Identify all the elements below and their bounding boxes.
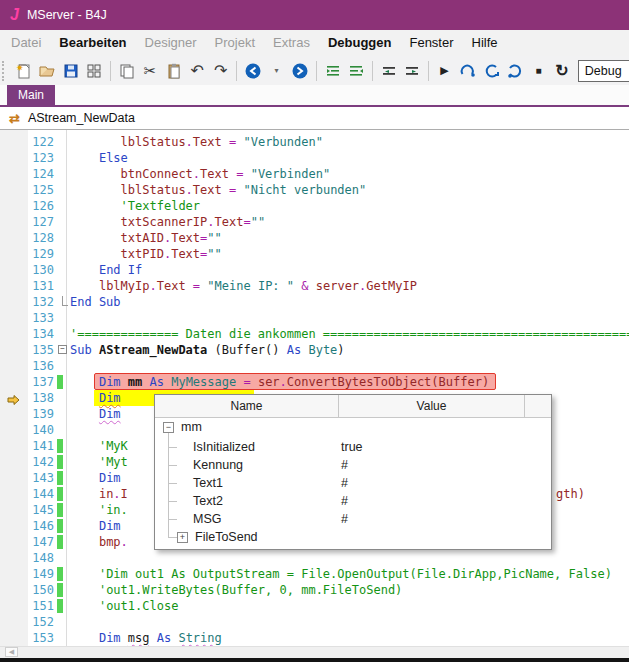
- modules-icon[interactable]: [83, 60, 105, 82]
- line-number: 127: [0, 214, 54, 230]
- watch-field-name: MSG: [193, 512, 221, 526]
- tab-main[interactable]: Main: [7, 85, 55, 105]
- code-text: in.I: [70, 486, 128, 502]
- watch-field-value: #: [341, 494, 348, 508]
- line-number: 137: [0, 374, 54, 390]
- line-number: 134: [0, 326, 54, 342]
- undo-icon[interactable]: ↶: [186, 60, 208, 82]
- stop-icon[interactable]: ■: [528, 60, 550, 82]
- watch-row-filetosend[interactable]: +FileToSend: [155, 529, 551, 547]
- uncomment-icon[interactable]: [401, 60, 423, 82]
- line-number: 153: [0, 630, 54, 646]
- watch-row-text2[interactable]: Text2#: [155, 493, 551, 511]
- open-project-icon[interactable]: [36, 60, 58, 82]
- change-bar: [57, 503, 63, 517]
- indent-icon[interactable]: [322, 60, 344, 82]
- line-number: 152: [0, 614, 54, 630]
- watch-field-name: FileToSend: [195, 530, 258, 544]
- tree-connector: [168, 483, 177, 484]
- menu-item-bearbeiten[interactable]: Bearbeiten: [50, 30, 135, 56]
- code-line-148: 148: [0, 550, 629, 566]
- sub-navigator[interactable]: ⇄ AStream_NewData: [0, 107, 629, 130]
- code-text: 'Myt: [70, 454, 128, 470]
- code-line-128: 128 txtAID.Text="": [0, 230, 629, 246]
- navigate-forward-icon[interactable]: [289, 60, 311, 82]
- code-text: Sub AStream_NewData (Buffer() As Byte): [70, 342, 345, 358]
- navigate-back-icon[interactable]: [242, 60, 264, 82]
- line-number: 147: [0, 534, 54, 550]
- line-number: 126: [0, 198, 54, 214]
- copy-icon[interactable]: [116, 60, 138, 82]
- restart-icon[interactable]: ↻: [551, 60, 573, 82]
- toolbar-grip[interactable]: [2, 61, 9, 81]
- step-out-icon[interactable]: [504, 60, 526, 82]
- code-line-122: 122 lblStatus.Text = "Verbunden": [0, 134, 629, 150]
- cut-icon[interactable]: ✂: [139, 60, 161, 82]
- scroll-left-button[interactable]: ◀: [5, 647, 18, 657]
- watch-row-isinitialized[interactable]: IsInitializedtrue: [155, 439, 551, 457]
- code-text: lblStatus.Text = "Nicht verbunden": [70, 182, 366, 198]
- code-text: 'out1.WriteBytes(Buffer, 0, mm.FileToSen…: [70, 582, 402, 598]
- line-number: 124: [0, 166, 54, 182]
- paste-icon[interactable]: [163, 60, 185, 82]
- code-text: Dim: [70, 470, 121, 486]
- watch-row-kennung[interactable]: Kennung#: [155, 457, 551, 475]
- redo-icon[interactable]: ↷: [210, 60, 232, 82]
- watch-field-value: #: [341, 458, 348, 472]
- watch-column-value[interactable]: Value: [339, 395, 525, 417]
- change-bar: [57, 567, 63, 581]
- line-number: 142: [0, 454, 54, 470]
- watch-row-msg[interactable]: MSG#: [155, 511, 551, 529]
- line-number: 128: [0, 230, 54, 246]
- watch-row-root[interactable]: −mm: [155, 419, 551, 437]
- change-bar: [57, 583, 63, 597]
- watch-popup-body: −mmIsInitializedtrueKennung#Text1#Text2#…: [155, 417, 551, 549]
- watch-field-name: Kennung: [193, 458, 243, 472]
- tree-connector: [168, 501, 177, 502]
- code-line-136: 136: [0, 358, 629, 374]
- expand-icon[interactable]: +: [177, 532, 188, 543]
- watch-field-value: #: [341, 512, 348, 526]
- app-logo-icon: J: [10, 6, 19, 24]
- line-number: 125: [0, 182, 54, 198]
- outdent-icon[interactable]: [345, 60, 367, 82]
- line-number: 130: [0, 262, 54, 278]
- comment-icon[interactable]: [378, 60, 400, 82]
- watch-field-value: #: [341, 476, 348, 490]
- fold-collapse-icon[interactable]: −: [58, 345, 67, 354]
- step-into-icon[interactable]: [481, 60, 503, 82]
- line-number: 135: [0, 342, 54, 358]
- code-line-125: 125 lblStatus.Text = "Nicht verbunden": [0, 182, 629, 198]
- line-number: 133: [0, 310, 54, 326]
- watch-field-name: Text2: [193, 494, 223, 508]
- code-line-151: 151 'out1.Close: [0, 598, 629, 614]
- code-line-137: 137 Dim mm As MyMessage = ser.ConvertByt…: [0, 374, 629, 390]
- run-icon[interactable]: ▶: [434, 60, 456, 82]
- window-title: MServer - B4J: [27, 8, 107, 22]
- code-text: txtScannerIP.Text="": [70, 214, 265, 230]
- line-number: 122: [0, 134, 54, 150]
- build-configuration-combo[interactable]: Debug: [578, 60, 629, 82]
- watch-column-name[interactable]: Name: [155, 395, 339, 417]
- back-dropdown-caret-icon[interactable]: ▾: [266, 60, 288, 82]
- menu-item-debuggen[interactable]: Debuggen: [319, 30, 401, 56]
- menu-item-hilfe[interactable]: Hilfe: [463, 30, 507, 56]
- step-over-icon[interactable]: [457, 60, 479, 82]
- collapse-icon[interactable]: −: [163, 422, 174, 433]
- menu-item-designer: Designer: [136, 30, 206, 56]
- line-number: 150: [0, 582, 54, 598]
- code-text: Else: [70, 150, 128, 166]
- watch-row-text1[interactable]: Text1#: [155, 475, 551, 493]
- horizontal-scrollbar[interactable]: [0, 646, 629, 658]
- toolbar: ✷✂↶↷▾▶■↻Debug: [0, 56, 629, 85]
- line-number: 143: [0, 470, 54, 486]
- code-line-131: 131 lblMyIp.Text = "Meine IP: " & server…: [0, 278, 629, 294]
- code-text: Dim msg As String: [70, 630, 222, 646]
- menu-item-fenster[interactable]: Fenster: [400, 30, 462, 56]
- watch-field-value: true: [341, 440, 363, 454]
- menu-item-extras: Extras: [264, 30, 319, 56]
- save-icon[interactable]: [60, 60, 82, 82]
- code-editor[interactable]: 122 lblStatus.Text = "Verbunden"123 Else…: [0, 130, 629, 646]
- new-project-icon[interactable]: ✷: [13, 60, 35, 82]
- code-text: txtPID.Text="": [70, 246, 222, 262]
